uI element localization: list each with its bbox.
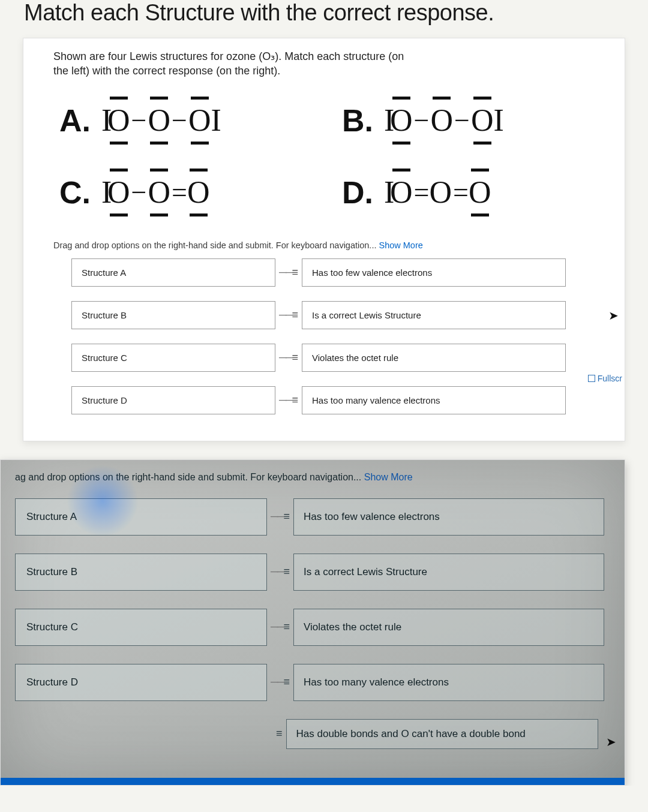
match-source[interactable]: Structure B	[71, 301, 275, 329]
double-bond: =	[452, 176, 469, 208]
lone-pair-left-icon: I	[101, 103, 107, 138]
match-source[interactable]: Structure A	[71, 258, 275, 287]
lewis-structure-b: B. I O − O − O I	[342, 103, 601, 139]
match-row: Structure D ── ≡ Has too many valence el…	[15, 664, 610, 701]
fullscreen-label: Fullscr	[598, 374, 622, 383]
question-card-photo: ag and drop options on the right-hand si…	[0, 459, 625, 786]
lone-pair-right-icon: I	[494, 103, 500, 138]
question-prompt: Shown are four Lewis structures for ozon…	[53, 49, 413, 79]
oxygen-atom: O	[148, 177, 171, 208]
match-row: Structure C ── ≡ Violates the octet rule	[15, 609, 610, 646]
instructions-text: ag and drop options on the right-hand si…	[15, 472, 364, 482]
oxygen-atom: O	[188, 105, 211, 136]
match-source[interactable]: Structure B	[15, 554, 267, 591]
match-target[interactable]: Violates the octet rule	[302, 344, 566, 372]
match-source[interactable]: Structure D	[71, 386, 275, 414]
oxygen-atom: O	[390, 105, 413, 136]
single-bond: −	[453, 104, 471, 136]
lone-pair-left-icon: I	[101, 175, 107, 210]
oxygen-atom: O	[107, 177, 130, 208]
lone-pair-right-icon: I	[211, 103, 217, 138]
match-rows: Structure A ── ≡ Has too few valence ele…	[15, 498, 610, 749]
match-connector: ── ≡	[267, 554, 293, 591]
match-row: Structure A ── ≡ Has too few valence ele…	[15, 498, 610, 536]
match-target[interactable]: Has too many valence electrons	[302, 386, 566, 414]
match-connector: ── ≡	[267, 498, 293, 536]
match-row: Structure C ── ≡ Violates the octet rule	[53, 344, 607, 372]
oxygen-atom: O	[469, 177, 491, 208]
match-target[interactable]: Is a correct Lewis Structure	[302, 301, 566, 329]
match-connector: ── ≡	[267, 609, 293, 646]
match-connector: ── ≡	[275, 258, 302, 287]
oxygen-atom: O	[431, 105, 454, 136]
oxygen-atom: O	[430, 177, 452, 208]
match-target[interactable]: Is a correct Lewis Structure	[293, 554, 604, 591]
match-connector: ── ≡	[267, 664, 293, 701]
structure-formula-c: I O − O = O	[101, 175, 210, 210]
progress-bar	[1, 778, 625, 785]
single-bond: −	[130, 104, 148, 136]
oxygen-atom: O	[187, 177, 210, 208]
structure-label-a: A.	[59, 103, 91, 139]
match-connector: ── ≡	[275, 386, 302, 414]
match-row-extra: ≡ Has double bonds and O can't have a do…	[15, 719, 610, 749]
cursor-icon: ➤	[608, 308, 619, 323]
match-connector: ── ≡	[275, 344, 302, 372]
match-connector: ── ≡	[275, 301, 302, 329]
oxygen-atom: O	[390, 177, 413, 208]
match-row: Structure B ── ≡ Is a correct Lewis Stru…	[15, 554, 610, 591]
structure-formula-d: I O = O = O	[384, 175, 491, 210]
oxygen-atom: O	[148, 105, 171, 136]
page-title: Match each Structure with the correct re…	[0, 0, 648, 32]
lewis-structure-c: C. I O − O = O	[59, 175, 318, 210]
single-bond: −	[130, 176, 148, 208]
instructions-text: Drag and drop options on the right-hand …	[53, 240, 379, 250]
lone-pair-left-icon: I	[384, 103, 390, 138]
structure-formula-a: I O − O − O I	[101, 103, 217, 138]
show-more-link[interactable]: Show More	[364, 472, 413, 482]
drag-drop-instructions: ag and drop options on the right-hand si…	[15, 472, 610, 483]
match-source-empty	[15, 719, 267, 749]
lewis-structure-a: A. I O − O − O I	[59, 103, 318, 139]
match-target-unused[interactable]: Has double bonds and O can't have a doub…	[286, 719, 598, 749]
fullscreen-button[interactable]: Fullscr	[588, 374, 622, 383]
match-source[interactable]: Structure C	[15, 609, 267, 646]
match-source[interactable]: Structure D	[15, 664, 267, 701]
oxygen-atom: O	[107, 105, 130, 136]
match-row: Structure D ── ≡ Has too many valence el…	[53, 386, 607, 414]
oxygen-atom: O	[471, 105, 494, 136]
structure-formula-b: I O − O − O I	[384, 103, 500, 138]
lewis-structure-d: D. I O = O = O	[342, 175, 601, 210]
match-connector: ≡	[267, 719, 286, 749]
match-row: Structure A ── ≡ Has too few valence ele…	[53, 258, 607, 287]
match-rows: Structure A ── ≡ Has too few valence ele…	[53, 258, 607, 414]
drag-drop-instructions: Drag and drop options on the right-hand …	[53, 240, 607, 250]
match-target[interactable]: Violates the octet rule	[293, 609, 604, 646]
match-target[interactable]: Has too few valence electrons	[302, 258, 566, 287]
double-bond: =	[413, 176, 430, 208]
show-more-link[interactable]: Show More	[379, 240, 422, 250]
match-source[interactable]: Structure A	[15, 498, 267, 536]
structure-label-d: D.	[342, 175, 373, 210]
double-bond: =	[170, 176, 187, 208]
single-bond: −	[413, 104, 431, 136]
match-source[interactable]: Structure C	[71, 344, 275, 372]
lone-pair-left-icon: I	[384, 175, 390, 210]
single-bond: −	[170, 104, 188, 136]
lewis-structures-grid: A. I O − O − O I B. I O − O − O I	[59, 103, 601, 210]
match-target[interactable]: Has too few valence electrons	[293, 498, 604, 536]
fullscreen-icon	[588, 375, 595, 382]
structure-label-c: C.	[59, 175, 91, 210]
question-card: Shown are four Lewis structures for ozon…	[23, 38, 625, 441]
structure-label-b: B.	[342, 103, 373, 139]
match-target[interactable]: Has too many valence electrons	[293, 664, 604, 701]
cursor-icon: ➤	[606, 735, 616, 749]
match-row: Structure B ── ≡ Is a correct Lewis Stru…	[53, 301, 607, 329]
